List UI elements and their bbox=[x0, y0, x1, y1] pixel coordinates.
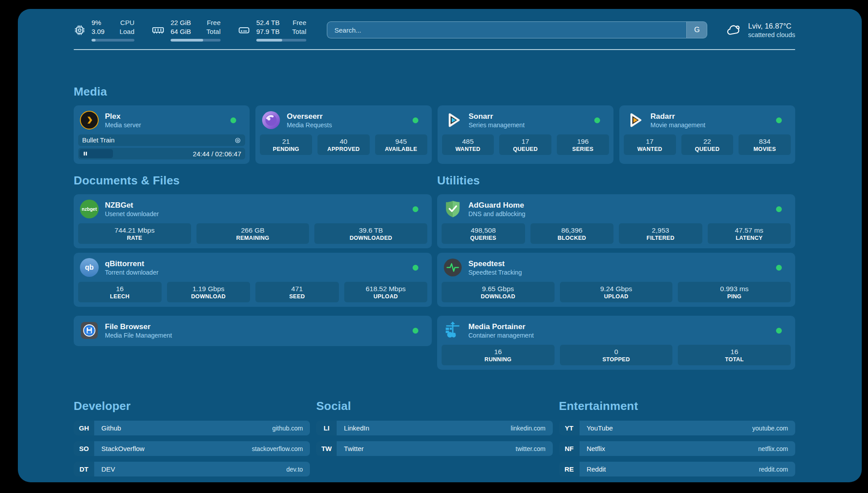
playback-progress-row[interactable]: 24:44 / 02:06:47 bbox=[78, 148, 245, 159]
stat-value: 21 bbox=[282, 138, 290, 146]
app-subtitle: Movie management bbox=[651, 121, 705, 129]
bookmark-abbr: NF bbox=[559, 441, 580, 456]
stat-value: 0.993 ms bbox=[720, 285, 749, 293]
search-input[interactable] bbox=[327, 22, 686, 38]
memory-total-value: 64 GiB bbox=[171, 27, 191, 36]
stat-value: 2,953 bbox=[652, 226, 669, 234]
stat-tile: 1.19 Gbps DOWNLOAD bbox=[167, 282, 250, 302]
section-title-social: Social bbox=[316, 399, 552, 413]
documents-column: Documents & Files nzbget NZBGet Usenet d… bbox=[74, 174, 432, 346]
pause-icon[interactable] bbox=[83, 151, 88, 156]
bookmark-name: Reddit bbox=[587, 465, 606, 473]
app-name: qBittorrent bbox=[105, 259, 159, 268]
bookmark-name: Twitter bbox=[344, 445, 363, 452]
bookmark-name: Github bbox=[101, 424, 121, 432]
bookmark-url: youtube.com bbox=[752, 425, 788, 432]
stat-tile: 16 RUNNING bbox=[442, 345, 555, 365]
status-dot bbox=[413, 117, 418, 123]
bookmark-url: stackoverflow.com bbox=[252, 445, 303, 452]
bookmark-url: dev.to bbox=[286, 466, 303, 473]
stat-label: BLOCKED bbox=[558, 235, 586, 241]
app-card-plex[interactable]: Plex Media server Bullet Train bbox=[74, 105, 250, 164]
bookmark-name: LinkedIn bbox=[344, 424, 369, 432]
bookmark-stackoverflow[interactable]: SO StackOverflow stackoverflow.com bbox=[74, 441, 310, 456]
stat-tile: 17 QUEUED bbox=[499, 134, 551, 155]
radarr-icon bbox=[626, 111, 644, 130]
bookmark-youtube[interactable]: YT YouTube youtube.com bbox=[559, 421, 795, 435]
search-bar: G bbox=[327, 21, 707, 38]
app-card-nzbget[interactable]: nzbget NZBGet Usenet downloader 744.21 M… bbox=[74, 194, 432, 248]
app-card-filebrowser[interactable]: File Browser Media File Management bbox=[74, 316, 432, 346]
stat-value: 1.19 Gbps bbox=[192, 285, 225, 293]
section-title-developer: Developer bbox=[74, 399, 310, 413]
bookmark-netflix[interactable]: NF Netflix netflix.com bbox=[559, 441, 795, 456]
stat-value: 17 bbox=[522, 138, 529, 146]
stat-value: 834 bbox=[759, 138, 771, 146]
bookmark-linkedin[interactable]: LI LinkedIn linkedin.com bbox=[316, 421, 552, 435]
bookmark-github[interactable]: GH Github github.com bbox=[74, 421, 310, 435]
stat-tile: 86,396 BLOCKED bbox=[530, 223, 614, 244]
stat-tile: 47.57 ms LATENCY bbox=[708, 223, 791, 244]
stat-label: QUEUED bbox=[513, 146, 538, 152]
stat-label: REMAINING bbox=[236, 235, 269, 241]
stat-value: 266 GB bbox=[241, 226, 265, 234]
disk-progress-bar bbox=[256, 39, 306, 42]
bookmark-twitter[interactable]: TW Twitter twitter.com bbox=[316, 441, 552, 456]
stat-tile: 196 SERIES bbox=[557, 134, 609, 155]
stat-value: 9.24 Gbps bbox=[600, 285, 632, 293]
stat-label: STOPPED bbox=[602, 356, 630, 363]
stat-label: QUERIES bbox=[470, 235, 496, 241]
now-playing-row: Bullet Train bbox=[78, 134, 245, 146]
bookmark-reddit[interactable]: RE Reddit reddit.com bbox=[559, 462, 795, 476]
gear-icon[interactable] bbox=[234, 137, 241, 144]
filebrowser-icon bbox=[80, 321, 99, 340]
stat-value: 40 bbox=[340, 138, 347, 146]
stat-tile: 2,953 FILTERED bbox=[619, 223, 702, 244]
app-card-sonarr[interactable]: Sonarr Series management 485 WANTED 17 Q… bbox=[438, 105, 613, 164]
stat-value: 47.57 ms bbox=[735, 226, 764, 234]
bookmark-abbr: TW bbox=[316, 441, 337, 456]
stat-tile: 834 MOVIES bbox=[739, 134, 791, 155]
weather-condition: scattered clouds bbox=[748, 31, 795, 38]
stat-tile: 9.24 Gbps UPLOAD bbox=[560, 282, 673, 302]
top-bar: 9% 3.09 CPU Load bbox=[74, 9, 795, 43]
disk-progress-fill bbox=[256, 39, 282, 42]
bookmark-dev[interactable]: DT DEV dev.to bbox=[74, 462, 310, 476]
app-card-overseerr[interactable]: Overseerr Media Requests 21 PENDING 40 A… bbox=[255, 105, 431, 164]
disk-free-label: Free bbox=[292, 18, 306, 27]
disk-free-value: 52.4 TB bbox=[256, 18, 280, 27]
stat-value: 16 bbox=[730, 348, 738, 356]
search-engine-button[interactable]: G bbox=[686, 22, 707, 38]
app-card-qbittorrent[interactable]: qb qBittorrent Torrent downloader 16 LEE… bbox=[74, 253, 432, 307]
stat-label: WANTED bbox=[637, 146, 662, 152]
app-subtitle: Series management bbox=[469, 121, 525, 129]
app-card-radarr[interactable]: Radarr Movie management 17 WANTED 22 QUE… bbox=[619, 105, 795, 164]
memory-total-label: Total bbox=[206, 27, 221, 36]
stat-value: 196 bbox=[577, 138, 588, 146]
stat-label: APPROVED bbox=[327, 146, 360, 152]
cpu-widget: 9% 3.09 CPU Load bbox=[74, 18, 134, 42]
section-title-documents: Documents & Files bbox=[74, 174, 432, 188]
stat-tile: 0.993 ms PING bbox=[678, 282, 791, 302]
stat-tile: 471 SEED bbox=[255, 282, 339, 302]
cpu-progress-fill bbox=[92, 39, 96, 42]
stat-label: DOWNLOAD bbox=[191, 293, 225, 300]
app-subtitle: Media server bbox=[105, 121, 141, 129]
bookmark-group-entertainment: Entertainment YT YouTube youtube.com NF … bbox=[559, 399, 795, 476]
app-name: AdGuard Home bbox=[468, 201, 526, 210]
memory-progress-fill bbox=[171, 39, 203, 42]
stat-tile: 498,508 QUERIES bbox=[442, 223, 525, 244]
app-card-adguard[interactable]: AdGuard Home DNS and adblocking 498,508 … bbox=[437, 194, 795, 248]
app-card-speedtest[interactable]: Speedtest Speedtest Tracking 9.65 Gbps D… bbox=[437, 253, 795, 307]
memory-icon bbox=[151, 23, 165, 37]
cpu-chip-icon bbox=[74, 24, 86, 36]
stat-value: 618.52 Mbps bbox=[366, 285, 406, 293]
app-card-portainer[interactable]: Media Portainer Container management 16 … bbox=[437, 316, 795, 370]
bookmark-name: StackOverflow bbox=[101, 445, 145, 452]
media-card-grid: Plex Media server Bullet Train bbox=[74, 105, 795, 164]
bookmark-abbr: DT bbox=[74, 462, 94, 476]
stat-value: 16 bbox=[116, 285, 124, 293]
plex-icon bbox=[80, 111, 99, 130]
stat-label: TOTAL bbox=[725, 356, 744, 363]
section-title-entertainment: Entertainment bbox=[559, 399, 795, 413]
